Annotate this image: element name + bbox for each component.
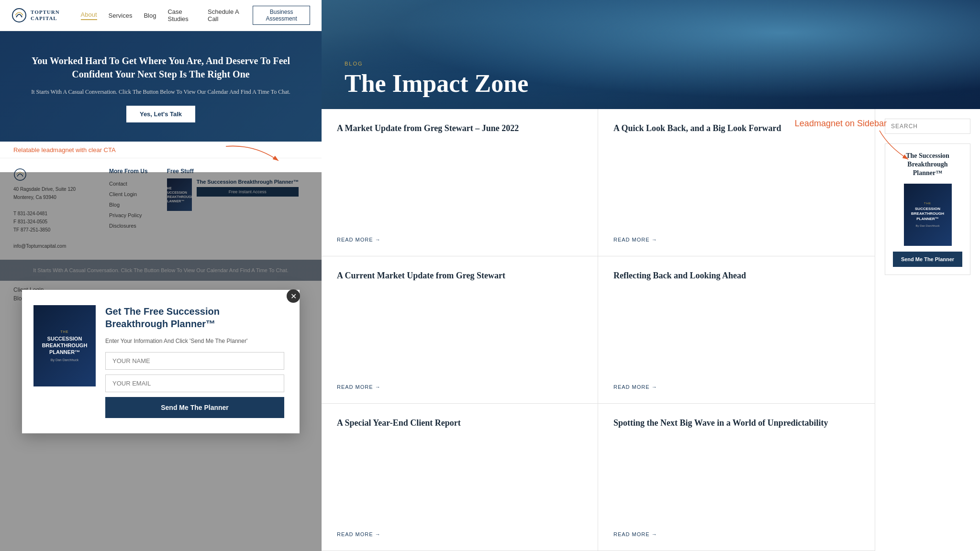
leadmagnet-book-image: THE SUCCESSIONBREAKTHROUGHPLANNER™ By Da… bbox=[904, 184, 952, 246]
posts-grid: A Market Update from Greg Stewart – June… bbox=[322, 109, 875, 551]
modal-subtitle: Enter Your Information And Click 'Send M… bbox=[105, 337, 284, 345]
post-read-more-3[interactable]: READ MORE bbox=[337, 384, 582, 390]
blog-title: The Impact Zone bbox=[345, 69, 957, 98]
nav-services[interactable]: Services bbox=[109, 12, 133, 19]
modal-book-image: THE SUCCESSIONBREAKTHROUGHPLANNER™ By Da… bbox=[33, 305, 96, 386]
right-panel: BLOG The Impact Zone A Market Update fro… bbox=[322, 0, 980, 551]
post-card-2: A Quick Look Back, and a Big Look Forwar… bbox=[598, 109, 875, 256]
modal-close-button[interactable]: ✕ bbox=[287, 289, 300, 303]
left-panel: TOPTURNCAPITAL About Services Blog Case … bbox=[0, 0, 322, 551]
post-card-1: A Market Update from Greg Stewart – June… bbox=[322, 109, 598, 256]
nav-case-studies[interactable]: Case Studies bbox=[167, 8, 196, 22]
post-read-more-4[interactable]: READ MORE bbox=[613, 384, 859, 390]
modal-submit-button[interactable]: Send Me The Planner bbox=[105, 397, 284, 418]
hero-cta-button[interactable]: Yes, Let's Talk bbox=[126, 106, 195, 122]
post-read-more-5[interactable]: READ MORE bbox=[337, 531, 582, 537]
annotation-right-text: Leadmagnet on Sidebar bbox=[795, 119, 887, 129]
annotation-area: Relatable leadmagnet with clear CTA bbox=[0, 142, 322, 158]
annotation-text: Relatable leadmagnet with clear CTA bbox=[13, 146, 116, 154]
modal: ✕ THE SUCCESSIONBREAKTHROUGHPLANNER™ By … bbox=[22, 290, 300, 433]
hero-section: You Worked Hard To Get Where You Are, An… bbox=[0, 31, 322, 142]
post-card-5: A Special Year-End Client Report READ MO… bbox=[322, 404, 598, 551]
modal-content: Get The Free Succession Breakthrough Pla… bbox=[105, 305, 284, 418]
nav-about[interactable]: About bbox=[81, 11, 97, 20]
modal-book-author: By Dan Darchhuck bbox=[51, 358, 78, 362]
svg-point-0 bbox=[12, 9, 26, 22]
modal-name-input[interactable] bbox=[105, 352, 284, 370]
post-read-more-6[interactable]: READ MORE bbox=[613, 531, 859, 537]
post-title-3: A Current Market Update from Greg Stewar… bbox=[337, 270, 582, 282]
logo-icon bbox=[11, 8, 27, 23]
hero-subtitle: It Starts With A Casual Conversation. Cl… bbox=[31, 88, 290, 96]
post-card-3: A Current Market Update from Greg Stewar… bbox=[322, 256, 598, 404]
blog-content: A Market Update from Greg Stewart – June… bbox=[322, 109, 980, 551]
post-card-4: Reflecting Back and Looking Ahead READ M… bbox=[598, 256, 875, 404]
right-panel-wrapper: BLOG The Impact Zone A Market Update fro… bbox=[322, 0, 980, 551]
post-read-more-1[interactable]: READ MORE bbox=[337, 237, 582, 242]
blog-label: BLOG bbox=[345, 61, 957, 66]
post-card-6: Spotting the Next Big Wave in a World of… bbox=[598, 404, 875, 551]
leadmagnet-send-button[interactable]: Send Me The Planner bbox=[893, 252, 962, 267]
navbar: TOPTURNCAPITAL About Services Blog Case … bbox=[0, 0, 322, 31]
nav-cta-button[interactable]: Business Assessment bbox=[253, 6, 310, 25]
leadmagnet-book-title-text: SUCCESSIONBREAKTHROUGHPLANNER™ bbox=[911, 207, 944, 221]
post-title-6: Spotting the Next Big Wave in a World of… bbox=[613, 417, 859, 429]
modal-book-title: SUCCESSIONBREAKTHROUGHPLANNER™ bbox=[42, 335, 88, 356]
logo-text: TOPTURNCAPITAL bbox=[31, 9, 60, 22]
modal-form: Send Me The Planner bbox=[105, 352, 284, 418]
hero-title: You Worked Hard To Get Where You Are, An… bbox=[19, 54, 302, 81]
logo: TOPTURNCAPITAL bbox=[11, 8, 60, 23]
modal-overlay: ✕ THE SUCCESSIONBREAKTHROUGHPLANNER™ By … bbox=[0, 172, 322, 551]
leadmagnet-book-author: By Dan Darchhuck bbox=[915, 224, 939, 227]
nav-links: About Services Blog Case Studies Schedul… bbox=[81, 6, 310, 25]
annotation-arrow bbox=[226, 142, 283, 165]
nav-schedule[interactable]: Schedule A Call bbox=[208, 8, 241, 22]
post-title-4: Reflecting Back and Looking Ahead bbox=[613, 270, 859, 282]
blog-hero: BLOG The Impact Zone bbox=[322, 0, 980, 109]
post-title-5: A Special Year-End Client Report bbox=[337, 417, 582, 429]
post-read-more-2[interactable]: READ MORE bbox=[613, 237, 859, 242]
leadmagnet-book-label: THE bbox=[924, 202, 931, 205]
nav-blog[interactable]: Blog bbox=[144, 12, 156, 19]
blog-sidebar: The Succession Breakthrough Planner™ THE… bbox=[875, 109, 980, 551]
modal-email-input[interactable] bbox=[105, 375, 284, 392]
post-title-1: A Market Update from Greg Stewart – June… bbox=[337, 122, 582, 134]
modal-book-label: THE bbox=[61, 330, 69, 333]
modal-title: Get The Free Succession Breakthrough Pla… bbox=[105, 305, 284, 330]
annotation-right-arrow bbox=[841, 128, 918, 166]
